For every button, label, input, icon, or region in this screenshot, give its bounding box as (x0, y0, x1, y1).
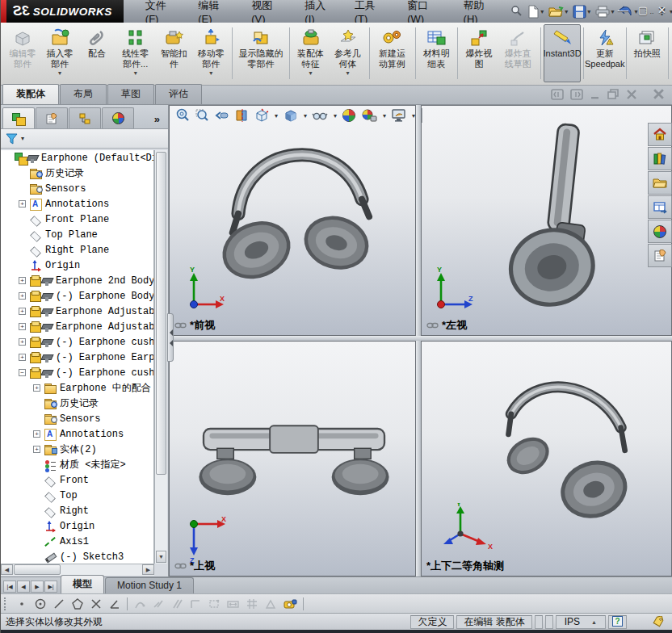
propertymanager-tab[interactable] (36, 107, 68, 128)
update-speedpak-button[interactable]: ! 更新 Speedpak (586, 24, 624, 82)
tree-vertical-scrollbar[interactable]: ▼ (154, 150, 167, 564)
zoom-to-fit-icon[interactable] (175, 108, 190, 123)
new-document-icon[interactable]: ▾ (526, 4, 545, 19)
parallel-snap-icon[interactable] (170, 597, 183, 610)
scrollbar-thumb[interactable] (14, 564, 61, 575)
viewport-isometric[interactable]: Y X *上下二等角轴测 (421, 341, 672, 576)
doc-minimize-icon[interactable] (590, 89, 601, 100)
close-button[interactable]: ✕ (657, 4, 666, 17)
expand-icon[interactable]: + (33, 384, 40, 392)
show-hidden-components-button[interactable]: 显示隐藏的零部件 (235, 24, 287, 82)
point-snap-icon[interactable] (15, 597, 28, 610)
custom-properties-tab[interactable] (648, 244, 672, 267)
tree-item-history[interactable]: 历史记录 (1, 396, 153, 411)
screen-capture-icon[interactable] (391, 108, 406, 123)
minimize-button[interactable]: — (618, 4, 628, 17)
linear-pattern-caret[interactable]: ▾ (134, 69, 137, 78)
tree-item-root[interactable]: Earphone (Default<Displ (1, 150, 153, 166)
collapse-icon[interactable]: − (19, 369, 26, 376)
open-document-icon[interactable]: ▾ (547, 5, 569, 19)
linear-pattern-button[interactable]: 线性零部件... ▾ (116, 24, 155, 82)
screen-capture-caret[interactable]: ▾ (412, 112, 415, 119)
search-icon[interactable] (508, 4, 524, 19)
scroll-left-button[interactable]: ◀ (1, 564, 13, 575)
filter-funnel-icon[interactable] (6, 133, 18, 145)
save-dropdown-caret[interactable]: ▾ (587, 8, 590, 15)
new-motion-study-button[interactable]: 新建运动算例 (372, 24, 412, 82)
tree-horizontal-scrollbar[interactable]: ◀ ▶ (1, 564, 154, 576)
center-point-snap-icon[interactable] (34, 597, 47, 610)
featuremanager-tab[interactable] (2, 107, 35, 128)
tree-item-annotations[interactable]: + Annotations (1, 426, 153, 442)
measure-tool-icon[interactable] (283, 597, 297, 610)
tree-item-sensors[interactable]: Sensors (1, 181, 153, 196)
tree-item-history[interactable]: 历史记录 (1, 166, 153, 181)
hide-show-items-icon[interactable] (312, 108, 328, 123)
instant3d-button[interactable]: Instant3D (544, 24, 581, 82)
panel-splitter-handle[interactable] (167, 313, 174, 362)
previous-pane-icon[interactable] (551, 89, 564, 100)
scrollbar-thumb[interactable] (156, 152, 166, 475)
save-icon[interactable]: ▾ (571, 4, 592, 19)
design-library-tab[interactable] (648, 147, 672, 170)
print-icon[interactable]: ▾ (594, 5, 615, 19)
tab-assembly[interactable]: 装配体 (2, 84, 59, 104)
arc-snap-icon[interactable] (133, 597, 146, 610)
tree-item-solid-bodies[interactable]: + 实体(2) (1, 442, 153, 457)
expand-icon[interactable]: + (19, 338, 26, 346)
tree-item-sensors[interactable]: Sensors (1, 411, 153, 426)
viewport-left[interactable]: Y Z *左视 (421, 105, 672, 336)
manager-overflow-chevron[interactable]: » (148, 113, 166, 128)
next-pane-icon[interactable] (570, 89, 583, 100)
appearances-scenes-tab[interactable] (648, 220, 672, 243)
reference-geometry-caret[interactable]: ▾ (346, 69, 350, 78)
maximize-button[interactable]: ▢ (638, 4, 648, 17)
expand-icon[interactable]: + (19, 200, 26, 208)
print-dropdown-caret[interactable]: ▾ (611, 8, 614, 15)
viewport-front[interactable]: Y X *前视 (169, 105, 416, 336)
previous-view-icon[interactable] (214, 108, 229, 123)
displaymanager-tab[interactable] (102, 107, 134, 128)
view-palette-tab[interactable] (648, 195, 672, 219)
filter-caret[interactable]: ▾ (21, 135, 24, 142)
assembly-features-caret[interactable]: ▾ (309, 69, 313, 78)
tree-item-origin[interactable]: Origin (1, 518, 153, 534)
tab-evaluate[interactable]: 评估 (155, 84, 202, 104)
tree-item-mates[interactable]: + Earphone 中的配合 (1, 380, 153, 396)
tree-item-right[interactable]: Right (1, 503, 153, 518)
open-dropdown-caret[interactable]: ▾ (565, 8, 568, 15)
expand-icon[interactable]: + (19, 323, 26, 330)
tab-layout[interactable]: 布局 (60, 84, 107, 104)
mate-button[interactable]: 配合 (78, 24, 116, 82)
reference-geometry-button[interactable]: 参考几何体 ▾ (330, 24, 367, 82)
viewport-top[interactable]: Z X *上视 (169, 341, 416, 576)
tangent-snap-icon[interactable] (152, 597, 165, 610)
assembly-features-button[interactable]: 装配体特征 ▾ (292, 24, 330, 82)
new-dropdown-caret[interactable]: ▾ (540, 8, 544, 15)
headphone-model-top[interactable] (181, 398, 407, 527)
take-snapshot-button[interactable]: 拍快照 (628, 24, 666, 82)
tree-item-axis[interactable]: Axis1 (1, 534, 153, 549)
display-style-caret[interactable]: ▾ (304, 112, 307, 119)
expand-icon[interactable]: + (33, 430, 40, 438)
previous-tab-button[interactable]: ◀ (17, 581, 30, 593)
taskpane-close-icon[interactable] (653, 88, 665, 100)
expand-icon[interactable]: + (33, 446, 40, 453)
section-view-icon[interactable] (234, 108, 249, 123)
angle-measure-icon[interactable] (264, 597, 277, 610)
configurationmanager-tab[interactable] (69, 107, 101, 128)
grid-snap-icon[interactable] (246, 597, 258, 610)
bill-of-materials-button[interactable]: 材料明细表 (418, 24, 455, 82)
tree-item-origin[interactable]: Origin (1, 258, 153, 273)
doc-restore-icon[interactable] (607, 89, 620, 100)
insert-component-caret[interactable]: ▾ (58, 69, 61, 78)
tab-sketch[interactable]: 草图 (107, 84, 154, 104)
apply-scene-icon[interactable] (342, 108, 356, 123)
file-explorer-tab[interactable] (648, 171, 672, 195)
tree-item-sketch[interactable]: (-) Sketch3 (1, 549, 153, 564)
angle-snap-icon[interactable] (108, 597, 121, 610)
expand-icon[interactable]: + (19, 292, 26, 300)
view-settings-caret[interactable]: ▾ (383, 112, 386, 119)
line-snap-icon[interactable] (52, 597, 65, 610)
exploded-view-button[interactable]: 爆炸视图 (460, 24, 498, 82)
